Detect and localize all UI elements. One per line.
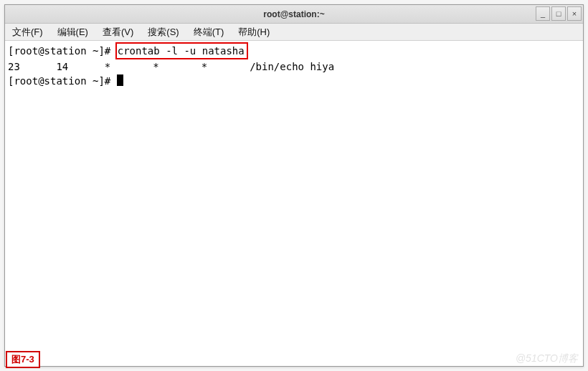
cron-output-line: 23 14 * * * /bin/echo hiya [8,61,334,72]
shell-prompt: [root@station ~]# [8,75,117,87]
highlighted-command: crontab -l -u natasha [115,42,248,59]
window-controls: _ □ × [536,6,582,21]
maximize-button[interactable]: □ [551,6,566,21]
menubar: 文件(F) 编辑(E) 查看(V) 搜索(S) 终端(T) 帮助(H) [5,24,583,41]
close-button[interactable]: × [567,6,582,21]
menu-search[interactable]: 搜索(S) [145,25,181,39]
prompt-line-1: [root@station ~]# crontab -l -u natasha [8,45,248,57]
menu-help[interactable]: 帮助(H) [235,25,272,39]
terminal-window: root@station:~ _ □ × 文件(F) 编辑(E) 查看(V) 搜… [4,4,584,367]
cursor-icon [117,74,123,86]
watermark: @51CTO博客 [516,352,578,365]
window-title: root@station:~ [263,9,324,19]
figure-caption: 图7-3 [6,351,40,368]
menu-edit[interactable]: 编辑(E) [54,25,91,39]
titlebar: root@station:~ _ □ × [5,5,583,24]
menu-file[interactable]: 文件(F) [9,25,46,39]
terminal-output[interactable]: [root@station ~]# crontab -l -u natasha … [5,41,583,366]
shell-prompt: [root@station ~]# [8,45,117,57]
menu-terminal[interactable]: 终端(T) [191,25,227,39]
menu-view[interactable]: 查看(V) [100,25,136,39]
minimize-button[interactable]: _ [536,6,550,21]
prompt-line-2: [root@station ~]# [8,75,123,87]
